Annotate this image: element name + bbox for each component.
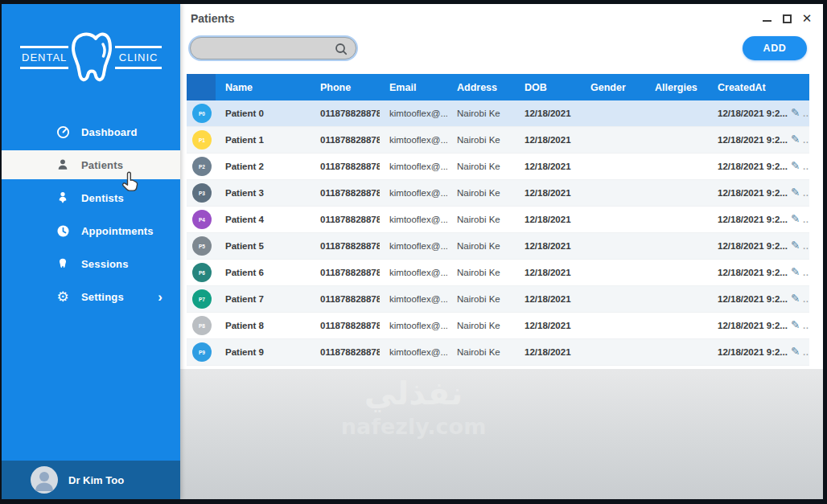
edit-pencil-icon[interactable]: ✎ — [791, 107, 800, 119]
name-cell: Patient 6 — [216, 268, 311, 277]
edit-pencil-icon[interactable]: ✎ — [791, 266, 800, 278]
dob-cell: 12/18/2021 — [515, 268, 581, 277]
phone-cell: 011878828878 — [311, 321, 380, 330]
name-cell: Patient 3 — [216, 188, 311, 198]
address-cell: Nairobi Ke — [447, 268, 515, 277]
dob-cell: 12/18/2021 — [515, 135, 581, 145]
edit-pencil-icon[interactable]: ✎ — [791, 186, 800, 199]
minimize-button[interactable] — [761, 13, 772, 24]
createdat-cell: 12/18/2021 9:2...✎..✕... — [708, 107, 809, 120]
maximize-button[interactable] — [781, 13, 792, 24]
edit-label-truncated: .. — [803, 242, 809, 251]
close-button[interactable]: ✕ — [801, 13, 813, 24]
phone-cell: 011878828878 — [311, 162, 380, 171]
name-cell: Patient 8 — [216, 321, 311, 330]
logo-text-clinic: CLINIC — [115, 46, 162, 69]
patient-avatar: P8 — [187, 316, 216, 335]
watermark-arabic: نفذلي — [341, 374, 487, 412]
table-row[interactable]: P8Patient 8011878828878kimtooflex@...Nai… — [187, 313, 809, 339]
edit-pencil-icon[interactable]: ✎ — [791, 293, 800, 305]
createdat-cell: 12/18/2021 9:2...✎..✕... — [708, 186, 809, 199]
phone-cell: 011878828878 — [311, 241, 380, 251]
patient-avatar: P5 — [187, 236, 216, 256]
created-at-value: 12/18/2021 9:2... — [718, 347, 788, 357]
edit-label-truncated: .. — [803, 189, 809, 198]
avatar-initials: P4 — [192, 210, 212, 229]
clock-circle-icon — [55, 224, 71, 238]
sidebar-item-dashboard[interactable]: Dashboard — [2, 117, 180, 146]
address-cell: Nairobi Ke — [447, 321, 515, 330]
dob-cell: 12/18/2021 — [515, 321, 581, 330]
createdat-cell: 12/18/2021 9:2...✎..✕... — [708, 240, 809, 252]
sidebar-item-patients[interactable]: Patients — [2, 150, 180, 179]
avatar-initials: P8 — [192, 316, 212, 335]
email-cell: kimtooflex@... — [380, 135, 447, 145]
table-row[interactable]: P0Patient 0011878828878kimtooflex@...Nai… — [187, 100, 809, 127]
avatar-initials: P3 — [192, 183, 212, 203]
table-row[interactable]: P9Patient 9011878828878kimtooflex@...Nai… — [187, 339, 809, 366]
email-cell: kimtooflex@... — [380, 188, 447, 198]
window-controls: ✕ — [761, 13, 813, 24]
sidebar-item-label: Appointments — [81, 225, 154, 237]
dob-cell: 12/18/2021 — [515, 347, 581, 357]
sidebar-item-label: Dashboard — [81, 126, 138, 138]
patients-table: NamePhoneEmailAddressDOBGenderAllergiesC… — [187, 74, 809, 366]
patient-avatar: P7 — [187, 289, 216, 309]
table-body: P0Patient 0011878828878kimtooflex@...Nai… — [187, 100, 809, 366]
edit-pencil-icon[interactable]: ✎ — [791, 240, 800, 252]
patient-avatar: P3 — [187, 183, 216, 203]
edit-pencil-icon[interactable]: ✎ — [791, 319, 800, 331]
dob-cell: 12/18/2021 — [515, 109, 581, 118]
edit-pencil-icon[interactable]: ✎ — [791, 213, 800, 225]
name-cell: Patient 1 — [216, 135, 311, 145]
name-cell: Patient 9 — [216, 347, 311, 357]
dob-cell: 12/18/2021 — [515, 162, 581, 171]
table-row[interactable]: P3Patient 3011878828878kimtooflex@...Nai… — [187, 180, 809, 207]
created-at-value: 12/18/2021 9:2... — [718, 162, 788, 171]
sidebar-item-dentists[interactable]: Dentists — [2, 183, 180, 212]
created-at-value: 12/18/2021 9:2... — [718, 109, 788, 118]
table-row[interactable]: P1Patient 1011878828878kimtooflex@...Nai… — [187, 127, 809, 154]
table-row[interactable]: P6Patient 6011878828878kimtooflex@...Nai… — [187, 260, 809, 286]
phone-cell: 011878828878 — [311, 135, 380, 145]
sidebar: DENTAL CLINIC DashboardPatientsDentistsA… — [2, 4, 180, 499]
table-row[interactable]: P7Patient 7011878828878kimtooflex@...Nai… — [187, 286, 809, 313]
edit-label-truncated: .. — [803, 348, 809, 357]
search-icon[interactable] — [334, 42, 348, 56]
chevron-right-icon: › — [158, 290, 163, 304]
close-icon: ✕ — [802, 13, 813, 24]
email-cell: kimtooflex@... — [380, 215, 447, 224]
gauge-icon — [55, 125, 71, 139]
avatar-initials: P9 — [192, 342, 212, 362]
user-profile[interactable]: Dr Kim Too — [2, 461, 180, 499]
address-cell: Nairobi Ke — [447, 215, 515, 224]
page-title: Patients — [191, 12, 234, 25]
sidebar-item-sessions[interactable]: Sessions — [2, 249, 180, 278]
createdat-cell: 12/18/2021 9:2...✎..✕... — [708, 213, 809, 226]
edit-pencil-icon[interactable]: ✎ — [791, 346, 800, 358]
table-row[interactable]: P2Patient 2011878828878kimtooflex@...Nai… — [187, 154, 809, 180]
dob-cell: 12/18/2021 — [515, 215, 581, 224]
column-header-name: Name — [216, 82, 311, 93]
sidebar-item-appointments[interactable]: Appointments — [2, 216, 180, 245]
sidebar-item-settings[interactable]: ⚙Settings› — [2, 282, 180, 311]
search-box — [190, 37, 356, 59]
table-row[interactable]: P5Patient 5011878828878kimtooflex@...Nai… — [187, 233, 809, 260]
table-row[interactable]: P4Patient 4011878828878kimtooflex@...Nai… — [187, 207, 809, 233]
email-cell: kimtooflex@... — [380, 162, 447, 171]
patient-avatar: P6 — [187, 263, 216, 282]
edit-label-truncated: .. — [803, 215, 809, 224]
sidebar-item-label: Patients — [81, 159, 123, 171]
edit-label-truncated: .. — [803, 162, 809, 171]
created-at-value: 12/18/2021 9:2... — [718, 321, 788, 330]
add-button[interactable]: ADD — [743, 36, 807, 60]
sidebar-item-label: Settings — [81, 291, 124, 303]
edit-pencil-icon[interactable]: ✎ — [791, 133, 800, 145]
minimize-icon — [763, 20, 771, 22]
search-input[interactable] — [191, 38, 356, 59]
user-name: Dr Kim Too — [68, 474, 124, 486]
edit-pencil-icon[interactable]: ✎ — [791, 160, 800, 172]
sidebar-item-label: Sessions — [81, 258, 129, 270]
column-header-address: Address — [447, 82, 515, 93]
person-icon — [55, 158, 71, 171]
